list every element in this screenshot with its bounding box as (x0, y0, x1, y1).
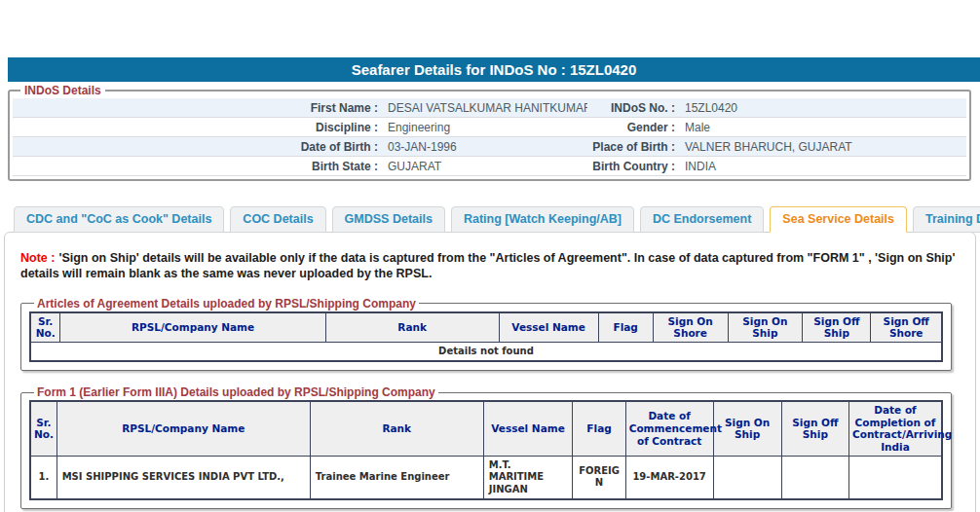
cell-sign-on-ship (713, 456, 781, 499)
header-rank: Rank (310, 401, 483, 456)
note: Note :'Sign on Ship' details will be ava… (20, 250, 960, 282)
header-date-of-completion: Date of Completion of Contract/Arriving … (848, 401, 942, 456)
cell-flag: FOREIGN (573, 456, 625, 499)
articles-of-agreement-legend: Articles of Agreement Details uploaded b… (34, 297, 419, 311)
tab-dc-endorsement[interactable]: DC Endorsement (640, 206, 764, 233)
tab-coc-details[interactable]: COC Details (230, 206, 325, 233)
cell-sr-no: 1. (30, 456, 57, 499)
header-sign-on-shore: Sign On Shore (653, 312, 728, 343)
details-not-found-message: Details not found (30, 342, 942, 361)
header-sign-on-ship: Sign On Ship (728, 312, 803, 343)
tab-bar: CDC and "CoC as Cook" Details COC Detail… (14, 206, 980, 232)
indos-row-birth-date: Date of Birth : 03-JAN-1996 Place of Bir… (13, 137, 966, 157)
cell-rank: Trainee Marine Engineer (310, 456, 483, 499)
articles-of-agreement-table: Sr. No. RPSL/Company Name Rank Vessel Na… (29, 311, 943, 363)
tab-training-details[interactable]: Training Details (913, 206, 980, 233)
indos-details-rows: First Name : DESAI VATSALKUMAR HANITKUMA… (13, 98, 966, 176)
indos-details-section: INDoS Details First Name : DESAI VATSALK… (8, 84, 971, 181)
discipline-value: Engineering (378, 121, 587, 134)
birth-country-label: Birth Country : (587, 160, 675, 173)
header-sign-off-ship: Sign Off Ship (781, 401, 848, 456)
tab-gmdss-details[interactable]: GMDSS Details (332, 206, 445, 233)
birth-country-value: INDIA (675, 160, 966, 173)
header-flag: Flag (573, 401, 625, 456)
header-sr-no: Sr. No. (30, 312, 60, 343)
header-rank: Rank (325, 312, 499, 343)
place-of-birth-label: Place of Birth : (587, 140, 675, 154)
cell-sign-off-ship (781, 456, 848, 499)
articles-of-agreement-section: Articles of Agreement Details uploaded b… (20, 297, 952, 372)
indos-no-label: INDoS No. : (587, 101, 675, 115)
tab-cdc-and-coc-as-cook-details[interactable]: CDC and "CoC as Cook" Details (14, 206, 224, 233)
indos-no-value: 15ZL0420 (675, 101, 966, 115)
cell-vessel-name: M.T. MARITIME JINGAN (483, 456, 573, 499)
indos-row-first-name: First Name : DESAI VATSALKUMAR HANITKUMA… (13, 98, 966, 118)
form1-table: Sr. No. RPSL/Company Name Rank Vessel Na… (29, 400, 943, 500)
cell-date-of-completion (848, 456, 942, 499)
indos-row-birth-state: Birth State : GUJARAT Birth Country : IN… (13, 157, 966, 176)
header-vessel-name: Vessel Name (483, 401, 573, 456)
first-name-value: DESAI VATSALKUMAR HANITKUMAR (378, 101, 587, 115)
articles-header-row: Sr. No. RPSL/Company Name Rank Vessel Na… (30, 312, 942, 343)
header-date-of-commencement: Date of Commencement of Contract (625, 401, 713, 456)
indos-details-legend: INDoS Details (20, 84, 105, 97)
gender-value: Male (675, 121, 966, 134)
indos-row-discipline: Discipline : Engineering Gender : Male (13, 118, 966, 137)
header-sign-on-ship: Sign On Ship (713, 401, 781, 456)
birth-state-label: Birth State : (13, 160, 378, 173)
tab-rating-watch-keeping-ab[interactable]: Rating [Watch Keeping/AB] (451, 206, 634, 233)
header-vessel-name: Vessel Name (499, 312, 598, 343)
note-text: 'Sign on Ship' details will be available… (20, 251, 955, 280)
first-name-label: First Name : (13, 101, 378, 115)
articles-empty-row: Details not found (30, 342, 942, 361)
tab-content-panel: Note :'Sign on Ship' details will be ava… (4, 232, 976, 512)
form1-legend: Form 1 (Earlier Form IIIA) Details uploa… (34, 385, 438, 399)
tab-sea-service-details[interactable]: Sea Service Details (770, 206, 907, 233)
seafarer-details-page: Seafarer Details for INDoS No : 15ZL0420… (0, 0, 980, 512)
header-flag: Flag (598, 312, 653, 343)
header-sr-no: Sr. No. (30, 401, 57, 456)
birth-state-value: GUJARAT (378, 160, 587, 173)
form1-section: Form 1 (Earlier Form IIIA) Details uploa… (20, 385, 952, 509)
form1-data-row: 1. MSI SHIPPING SERVICES INDIA PVT LTD.,… (30, 456, 942, 499)
place-of-birth-value: VALNER BHARUCH, GUJARAT (675, 140, 966, 154)
date-of-birth-label: Date of Birth : (13, 140, 378, 154)
form1-header-row: Sr. No. RPSL/Company Name Rank Vessel Na… (30, 401, 942, 456)
note-prefix-label: Note : (20, 251, 55, 265)
cell-date-of-commencement: 19-MAR-2017 (625, 456, 713, 499)
gender-label: Gender : (587, 121, 675, 134)
header-sign-off-ship: Sign Off Ship (803, 312, 871, 343)
cell-rpsl-company-name: MSI SHIPPING SERVICES INDIA PVT LTD., (57, 456, 310, 499)
date-of-birth-value: 03-JAN-1996 (378, 140, 587, 154)
header-rpsl-company-name: RPSL/Company Name (60, 312, 325, 343)
header-sign-off-shore: Sign Off Shore (871, 312, 942, 343)
discipline-label: Discipline : (13, 121, 378, 134)
page-title-bar: Seafarer Details for INDoS No : 15ZL0420 (8, 57, 980, 82)
page-title: Seafarer Details for INDoS No : 15ZL0420 (352, 61, 637, 78)
header-rpsl-company-name: RPSL/Company Name (57, 401, 310, 456)
